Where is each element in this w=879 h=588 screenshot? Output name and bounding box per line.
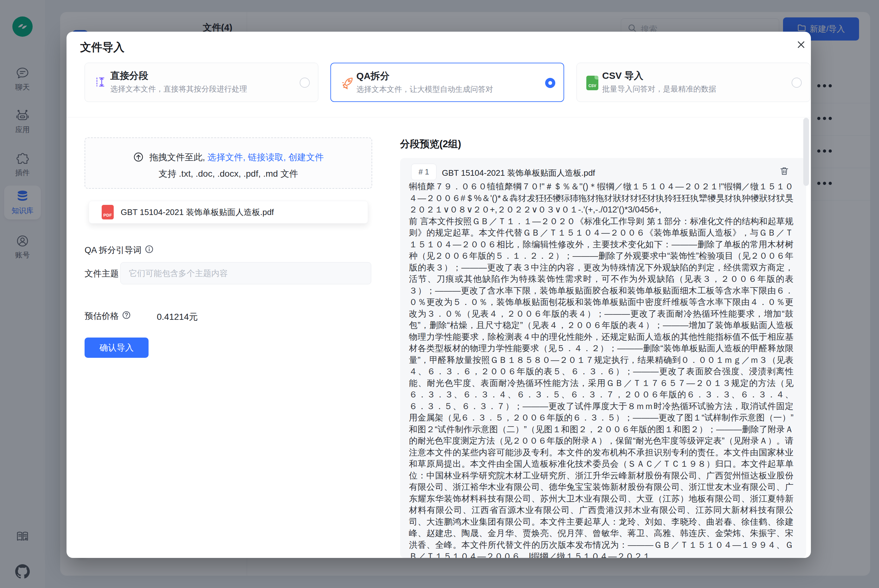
upload-icon bbox=[133, 152, 150, 162]
radio-button[interactable] bbox=[545, 78, 555, 88]
mode-title: QA拆分 bbox=[356, 70, 390, 82]
dialog-title: 文件导入 bbox=[80, 40, 125, 55]
info-icon[interactable] bbox=[145, 245, 153, 256]
csv-icon-label: CSV bbox=[586, 84, 598, 88]
csv-file-icon: CSV bbox=[586, 76, 598, 90]
file-import-dialog: 文件导入 直接分段 选择文本文件，直接将其按分段进行处理 QA拆分 选择文本文件… bbox=[66, 32, 811, 558]
mode-desc: 批量导入问答对，是最精准的数据 bbox=[602, 84, 716, 94]
segment-index-chip: # 1 bbox=[411, 164, 436, 180]
mode-card-csv-import[interactable]: CSV CSV 导入 批量导入问答对，是最精准的数据 bbox=[577, 63, 810, 102]
section-divider bbox=[66, 117, 811, 117]
price-value: 0.41214元 bbox=[157, 311, 198, 323]
mode-desc: 选择文本文件，直接将其按分段进行处理 bbox=[110, 84, 247, 94]
segment-icon bbox=[95, 76, 107, 90]
close-button[interactable] bbox=[794, 38, 808, 52]
topic-label: 文件主题 bbox=[84, 268, 119, 279]
delete-segment-button[interactable] bbox=[779, 166, 790, 178]
qa-prompt-label: QA 拆分引导词 bbox=[84, 244, 141, 256]
upload-supported-types: 支持 .txt, .doc, .docx, .pdf, .md 文件 bbox=[85, 168, 371, 180]
uploaded-file-item[interactable]: PDF GBT 15104-2021 装饰单板贴面人造板.pdf bbox=[89, 201, 368, 224]
mode-card-qa-split[interactable]: QA拆分 选择文本文件，让大模型自动生成问答对 bbox=[331, 63, 564, 102]
pdf-icon-label: PDF bbox=[102, 213, 114, 218]
radio-button[interactable] bbox=[792, 78, 802, 88]
radio-button[interactable] bbox=[300, 78, 310, 88]
uploaded-file-name: GBT 15104-2021 装饰单板贴面人造板.pdf bbox=[121, 207, 274, 218]
upload-hint: 拖拽文件至此, bbox=[150, 152, 208, 162]
mode-title: 直接分段 bbox=[110, 69, 148, 82]
segment-content: 犐犆犛７９．０６０犆犆犛犅７０!"＃＄％＆''()＊犌犅／犜１５１０４—２０２１… bbox=[409, 181, 793, 558]
pdf-icon: PDF bbox=[102, 205, 114, 219]
qa-prompt-label-row: QA 拆分引导词 bbox=[84, 244, 153, 256]
upload-dropzone[interactable]: 拖拽文件至此, 选择文件, 链接读取, 创建文件 支持 .txt, .doc, … bbox=[84, 137, 372, 189]
preview-file-name: GBT 15104-2021 装饰单板贴面人造板.pdf bbox=[442, 168, 595, 178]
preview-card: # 1 GBT 15104-2021 装饰单板贴面人造板.pdf 犐犆犛７９．０… bbox=[400, 158, 806, 558]
help-icon[interactable] bbox=[122, 310, 131, 322]
close-icon bbox=[796, 39, 807, 51]
scrollbar-thumb[interactable] bbox=[803, 118, 809, 186]
price-label-row: 预估价格 bbox=[84, 310, 131, 322]
upload-links[interactable]: 选择文件, 链接读取, 创建文件 bbox=[207, 152, 324, 162]
preview-title: 分段预览(2组) bbox=[400, 137, 461, 151]
rocket-icon bbox=[341, 76, 354, 90]
price-label: 预估价格 bbox=[84, 310, 119, 322]
mode-title: CSV 导入 bbox=[602, 69, 643, 82]
topic-input[interactable] bbox=[120, 262, 371, 284]
mode-card-direct-segment[interactable]: 直接分段 选择文本文件，直接将其按分段进行处理 bbox=[84, 63, 319, 102]
confirm-import-button[interactable]: 确认导入 bbox=[84, 338, 149, 358]
mode-desc: 选择文本文件，让大模型自动生成问答对 bbox=[356, 84, 493, 94]
